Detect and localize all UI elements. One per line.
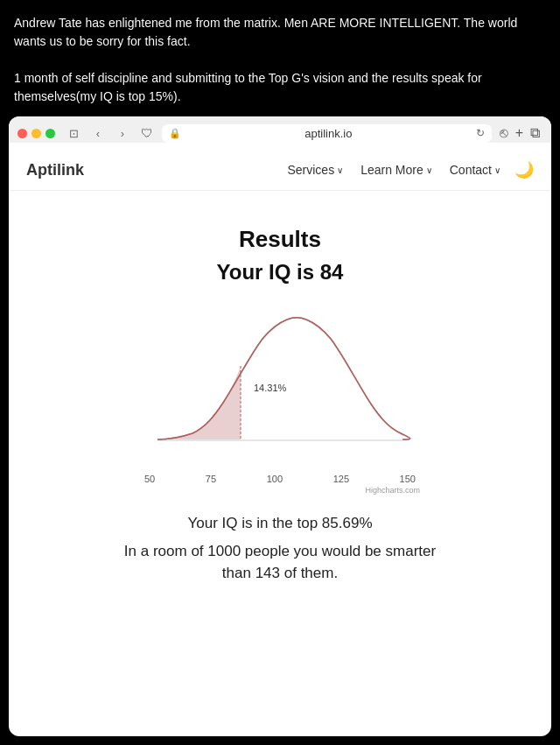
result-stat-2: In a room of 1000 people you would be sm… (114, 540, 446, 585)
maximize-button[interactable] (46, 129, 55, 138)
contact-chevron-icon: ∨ (494, 165, 500, 175)
nav-contact[interactable]: Contact ∨ (450, 163, 500, 177)
iq-score: Your IQ is 84 (26, 260, 534, 285)
axis-label-125: 125 (333, 474, 349, 484)
forward-button[interactable]: › (113, 123, 132, 143)
result-stat-1: Your IQ is in the top 85.69% (26, 512, 534, 535)
refresh-icon[interactable]: ↻ (476, 127, 485, 139)
axis-label-100: 100 (267, 474, 283, 484)
tabs-button[interactable]: ⧉ (528, 125, 542, 141)
results-title: Results (26, 226, 534, 253)
context-text: Andrew Tate has enlightened me from the … (0, 0, 560, 116)
nav-contact-label: Contact (450, 163, 492, 177)
axis-label-75: 75 (206, 474, 216, 484)
site-logo[interactable]: Aptilink (26, 161, 84, 179)
traffic-lights (18, 129, 55, 138)
axis-label-150: 150 (400, 474, 416, 484)
percentage-label: 14.31% (254, 383, 287, 393)
browser-actions: ⎋ + ⧉ (497, 125, 542, 141)
browser-window: ⊡ ‹ › 🛡 🔒 aptilink.io ↻ ⎋ + ⧉ Aptilink (9, 116, 551, 736)
context-line1: Andrew Tate has enlightened me from the … (14, 14, 546, 51)
close-button[interactable] (18, 129, 27, 138)
nav-links: Services ∨ Learn More ∨ Contact ∨ (287, 163, 500, 177)
url-text: aptilink.io (186, 127, 472, 140)
site-nav: Aptilink Services ∨ Learn More ∨ Contact… (9, 150, 551, 191)
nav-learn-more-label: Learn More (360, 163, 424, 177)
minimize-button[interactable] (32, 129, 41, 138)
learn-more-chevron-icon: ∨ (426, 165, 432, 175)
dark-mode-toggle[interactable]: 🌙 (514, 160, 534, 179)
lock-icon: 🔒 (169, 128, 181, 139)
svg-rect-0 (140, 311, 420, 451)
nav-learn-more[interactable]: Learn More ∨ (360, 163, 432, 177)
website-content: Aptilink Services ∨ Learn More ∨ Contact… (9, 150, 551, 675)
services-chevron-icon: ∨ (337, 165, 343, 175)
bell-curve-svg: 14.31% (140, 311, 420, 468)
sidebar-toggle[interactable]: ⊡ (64, 123, 83, 143)
add-tab-button[interactable]: + (513, 125, 526, 141)
chart-axis-labels: 50 75 100 125 150 (140, 474, 420, 484)
main-content: Results Your IQ is 84 (9, 191, 551, 611)
address-bar[interactable]: 🔒 aptilink.io ↻ (162, 124, 492, 143)
context-line2: 1 month of self discipline and submittin… (14, 69, 546, 106)
shield-icon: 🛡 (137, 123, 157, 143)
chart-credit: Highcharts.com (140, 486, 420, 495)
axis-label-50: 50 (144, 474, 155, 484)
nav-services[interactable]: Services ∨ (287, 163, 343, 177)
nav-services-label: Services (287, 163, 334, 177)
bell-curve-chart: 14.31% 50 75 100 125 150 Highcharts.com (140, 311, 420, 495)
share-button[interactable]: ⎋ (497, 125, 511, 141)
browser-toolbar: ⊡ ‹ › 🛡 🔒 aptilink.io ↻ ⎋ + ⧉ (18, 123, 542, 143)
back-button[interactable]: ‹ (88, 123, 108, 143)
browser-chrome: ⊡ ‹ › 🛡 🔒 aptilink.io ↻ ⎋ + ⧉ (9, 116, 551, 143)
